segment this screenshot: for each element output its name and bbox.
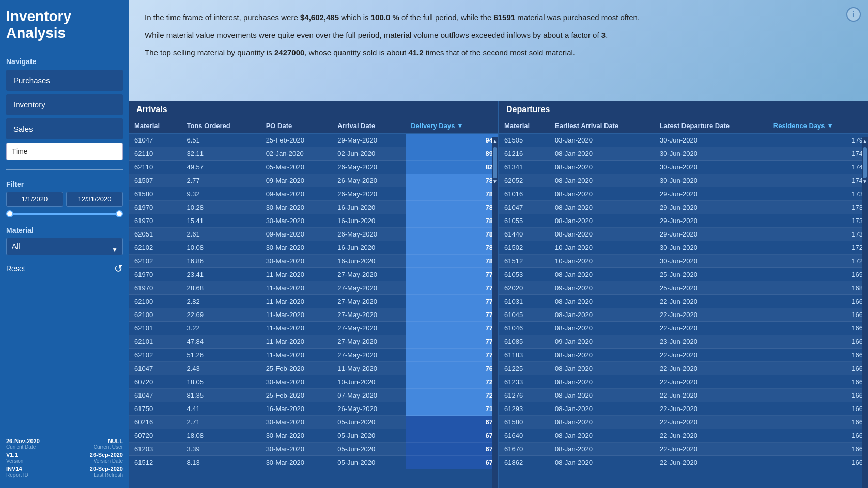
- cell-delivery-days: 78: [406, 255, 498, 268]
- arrivals-title: Arrivals: [129, 101, 498, 118]
- material-label: Material: [6, 226, 123, 234]
- arrivals-scroll-down[interactable]: ▼: [492, 178, 498, 185]
- cell-material: 61970: [129, 281, 182, 295]
- cell-latest-departure: 25-Jun-2020: [655, 268, 768, 281]
- cell-tons: 81.35: [182, 389, 261, 402]
- meta-version-date: 26-Sep-2020: [90, 452, 123, 458]
- cell-latest-departure: 22-Jun-2020: [655, 456, 768, 469]
- cell-material: 61505: [499, 134, 550, 147]
- cell-arrival-date: 27-May-2020: [332, 322, 406, 335]
- cell-earliest-arrival: 08-Jan-2020: [550, 429, 655, 443]
- table-row: 61047 6.51 25-Feb-2020 29-May-2020 94: [129, 134, 498, 147]
- info-icon[interactable]: i: [846, 7, 861, 22]
- meta-report-id-label: Report ID: [6, 472, 28, 478]
- table-row: 61505 03-Jan-2020 30-Jun-2020 179: [499, 134, 868, 147]
- cell-latest-departure: 22-Jun-2020: [655, 416, 768, 429]
- cell-earliest-arrival: 08-Jan-2020: [550, 308, 655, 322]
- cell-material: 61293: [499, 402, 550, 416]
- departures-scroll-down[interactable]: ▼: [862, 178, 867, 185]
- nav-purchases[interactable]: Purchases: [6, 70, 123, 91]
- table-row: 61970 28.68 11-Mar-2020 27-May-2020 77: [129, 281, 498, 295]
- cell-earliest-arrival: 03-Jan-2020: [550, 134, 655, 147]
- cell-po-date: 11-Mar-2020: [261, 349, 333, 362]
- table-row: 61507 2.77 09-Mar-2020 26-May-2020 78: [129, 174, 498, 187]
- table-row: 61225 08-Jan-2020 22-Jun-2020 166: [499, 362, 868, 375]
- date-to[interactable]: 12/31/2020: [66, 192, 123, 207]
- cell-latest-departure: 23-Jun-2020: [655, 335, 768, 349]
- table-row: 61055 08-Jan-2020 29-Jun-2020 173: [499, 214, 868, 228]
- cell-po-date: 11-Mar-2020: [261, 281, 333, 295]
- table-row: 61053 08-Jan-2020 25-Jun-2020 169: [499, 268, 868, 281]
- cell-material: 62110: [129, 161, 182, 174]
- departures-col-residence[interactable]: Residence Days ▼: [768, 118, 868, 134]
- table-row: 61031 08-Jan-2020 22-Jun-2020 166: [499, 295, 868, 308]
- cell-residence-days: 166: [768, 443, 868, 456]
- cell-material: 61047: [499, 201, 550, 214]
- cell-material: 61046: [499, 322, 550, 335]
- cell-delivery-days: 77: [406, 308, 498, 322]
- cell-po-date: 09-Mar-2020: [261, 187, 333, 201]
- date-slider[interactable]: [6, 213, 123, 215]
- table-row: 62101 47.84 11-Mar-2020 27-May-2020 77: [129, 335, 498, 349]
- cell-delivery-days: 77: [406, 281, 498, 295]
- meta-version: V1.1: [6, 452, 23, 458]
- cell-tons: 28.68: [182, 281, 261, 295]
- cell-residence-days: 172: [768, 241, 868, 255]
- departures-scroll-thumb[interactable]: [863, 147, 867, 178]
- cell-po-date: 11-Mar-2020: [261, 295, 333, 308]
- departures-scroll[interactable]: Material Earliest Arrival Date Latest De…: [499, 118, 868, 488]
- cell-material: 61507: [129, 174, 182, 187]
- cell-latest-departure: 22-Jun-2020: [655, 402, 768, 416]
- cell-arrival-date: 16-Jun-2020: [332, 201, 406, 214]
- cell-po-date: 02-Jan-2020: [261, 147, 333, 161]
- cell-material: 61225: [499, 362, 550, 375]
- table-row: 61670 08-Jan-2020 22-Jun-2020 166: [499, 443, 868, 456]
- arrivals-scrollbar[interactable]: ▲ ▼: [492, 137, 498, 488]
- departures-scrollbar[interactable]: ▲ ▼: [862, 137, 868, 488]
- cell-po-date: 30-Mar-2020: [261, 429, 333, 443]
- reset-label: Reset: [6, 264, 25, 273]
- table-row: 61183 08-Jan-2020 22-Jun-2020 166: [499, 349, 868, 362]
- cell-material: 61276: [499, 389, 550, 402]
- cell-earliest-arrival: 08-Jan-2020: [550, 214, 655, 228]
- cell-latest-departure: 22-Jun-2020: [655, 375, 768, 389]
- nav-inventory[interactable]: Inventory: [6, 94, 123, 115]
- meta-current-date: 26-Nov-2020: [6, 438, 40, 444]
- arrivals-col-delivery-days[interactable]: Delivery Days ▼: [406, 118, 498, 134]
- meta-last-refresh: 20-Sep-2020: [90, 466, 123, 472]
- cell-earliest-arrival: 08-Jan-2020: [550, 268, 655, 281]
- info-sentence-3: The top selling material by quantity is …: [145, 46, 853, 59]
- cell-material: 61580: [499, 416, 550, 429]
- arrivals-scroll[interactable]: Material Tons Ordered PO Date Arrival Da…: [129, 118, 498, 488]
- arrivals-scroll-thumb[interactable]: [493, 147, 497, 178]
- table-row: 62102 16.86 30-Mar-2020 16-Jun-2020 78: [129, 255, 498, 268]
- table-row: 61276 08-Jan-2020 22-Jun-2020 166: [499, 389, 868, 402]
- cell-arrival-date: 27-May-2020: [332, 335, 406, 349]
- cell-delivery-days: 77: [406, 349, 498, 362]
- arrivals-scroll-up[interactable]: ▲: [492, 138, 498, 145]
- cell-po-date: 16-Mar-2020: [261, 402, 333, 416]
- departures-scroll-up[interactable]: ▲: [862, 138, 867, 145]
- date-from[interactable]: 1/1/2020: [6, 192, 63, 207]
- departures-col-latest: Latest Departure Date: [655, 118, 768, 134]
- cell-po-date: 30-Mar-2020: [261, 456, 333, 469]
- cell-arrival-date: 27-May-2020: [332, 268, 406, 281]
- nav-sales[interactable]: Sales: [6, 118, 123, 139]
- cell-po-date: 05-Mar-2020: [261, 161, 333, 174]
- cell-tons: 51.26: [182, 349, 261, 362]
- cell-material: 61512: [499, 255, 550, 268]
- time-input[interactable]: [6, 143, 123, 160]
- cell-earliest-arrival: 08-Jan-2020: [550, 402, 655, 416]
- cell-arrival-date: 05-Jun-2020: [332, 416, 406, 429]
- material-select[interactable]: All: [6, 238, 123, 255]
- table-row: 61640 08-Jan-2020 22-Jun-2020 166: [499, 429, 868, 443]
- reset-icon[interactable]: ↺: [114, 262, 123, 275]
- cell-residence-days: 166: [768, 335, 868, 349]
- cell-earliest-arrival: 09-Jan-2020: [550, 335, 655, 349]
- cell-earliest-arrival: 08-Jan-2020: [550, 295, 655, 308]
- table-row: 61580 9.32 09-Mar-2020 26-May-2020 78: [129, 187, 498, 201]
- cell-po-date: 30-Mar-2020: [261, 201, 333, 214]
- cell-tons: 2.77: [182, 174, 261, 187]
- cell-earliest-arrival: 10-Jan-2020: [550, 255, 655, 268]
- cell-earliest-arrival: 09-Jan-2020: [550, 281, 655, 295]
